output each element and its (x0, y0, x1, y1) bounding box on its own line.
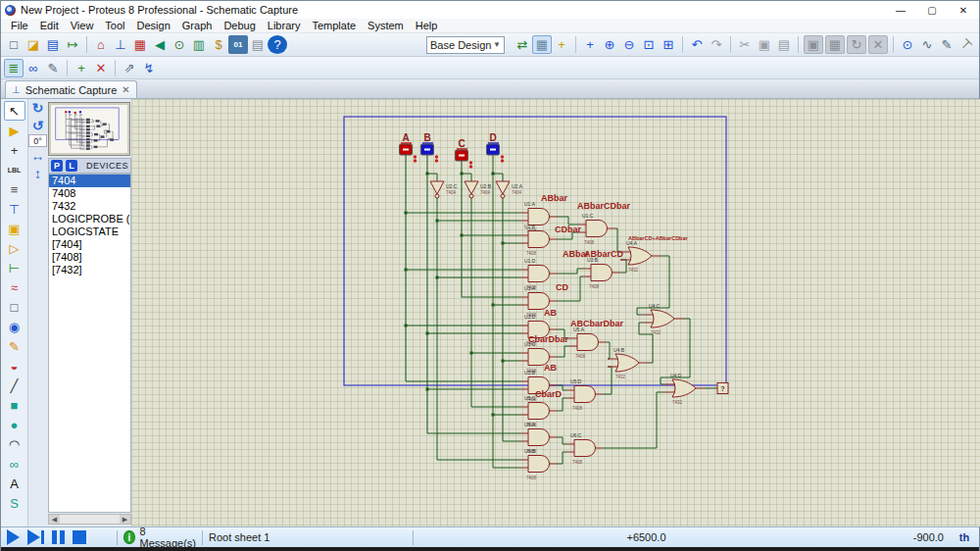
tab-schematic-capture[interactable]: ⊥ Schematic Capture ✕ (5, 80, 137, 98)
design-explorer-icon[interactable]: ▥ (189, 35, 209, 54)
device-item-7432[interactable]: 7432 (49, 200, 130, 213)
mirror-horizontal-button[interactable]: ↔ (28, 147, 47, 165)
zoom-all-icon[interactable]: ⊡ (639, 35, 659, 54)
scroll-right-icon[interactable]: ▶ (120, 515, 130, 524)
generator-mode-icon[interactable]: ◉ (4, 317, 25, 336)
current-probe-mode-icon[interactable]: ◒ (4, 356, 25, 376)
gate-u4b[interactable] (615, 354, 639, 372)
design-scope-dropdown[interactable]: Base Design▼ (426, 36, 505, 54)
wire[interactable] (604, 392, 664, 448)
gate-u1b[interactable] (528, 231, 550, 248)
gate-u2c[interactable] (430, 181, 444, 194)
schematic-capture-icon[interactable]: ⊥ (111, 35, 130, 54)
property-tool-icon[interactable]: ✎ (43, 59, 63, 77)
wire[interactable] (639, 323, 653, 363)
step-button[interactable] (27, 529, 44, 545)
rotate-cw-button[interactable]: ↻ (28, 99, 47, 117)
schematic-overview-preview[interactable] (48, 102, 130, 156)
gate-u3a[interactable] (528, 293, 550, 310)
toggle-dot[interactable] (435, 155, 438, 158)
grid-toggle-icon[interactable]: ▦ (532, 35, 552, 54)
menu-graph[interactable]: Graph (176, 20, 219, 31)
goto-sheet-icon[interactable]: ⇗ (120, 59, 139, 77)
find-component-icon[interactable]: ⊙ (898, 35, 917, 54)
2d-line-icon[interactable]: ╱ (4, 376, 25, 395)
wire[interactable] (558, 346, 569, 357)
undo-icon[interactable]: ↶ (687, 35, 707, 54)
mirror-vertical-button[interactable]: ↕ (28, 165, 47, 182)
block-delete-icon[interactable]: ✕ (868, 35, 888, 54)
redraw-icon[interactable]: ⇄ (513, 35, 532, 54)
scroll-left-icon[interactable]: ◀ (49, 515, 60, 524)
device-item-logicstate[interactable]: LOGICSTATE (49, 225, 130, 238)
minimize-button[interactable]: — (885, 1, 916, 19)
gate-u6b[interactable] (528, 456, 550, 473)
device-pins-mode-icon[interactable]: ⊢ (4, 258, 25, 277)
stop-button[interactable] (73, 530, 86, 544)
paste-icon[interactable]: ▤ (774, 35, 794, 54)
block-copy-icon[interactable]: ▣ (804, 35, 823, 54)
zoom-out-icon[interactable]: ⊖ (619, 35, 639, 54)
close-button[interactable]: ✕ (948, 1, 979, 19)
toggle-dot[interactable] (469, 165, 472, 168)
gate-u4a[interactable] (628, 247, 652, 265)
library-manager-button[interactable]: L (66, 160, 77, 172)
simulation-icon[interactable]: 01 (228, 35, 248, 54)
toggle-dot[interactable] (435, 159, 438, 162)
gate-u2a[interactable] (496, 181, 510, 194)
device-item-7408[interactable]: [7408] (49, 251, 130, 264)
selection-mode-icon[interactable]: ↖ (4, 101, 25, 121)
gerber-viewer-icon[interactable]: ⊙ (170, 35, 189, 54)
toggle-dot[interactable] (501, 159, 504, 162)
device-item-7408[interactable]: 7408 (49, 187, 130, 200)
gate-u6c[interactable] (574, 440, 596, 457)
remove-sheet-icon[interactable]: ✕ (91, 59, 111, 77)
device-item-7432[interactable]: [7432] (49, 264, 130, 276)
schematic-canvas[interactable]: ABCDU2:C7404U2:B7404U2:A7404U1:A7408U1:B… (131, 99, 980, 526)
menu-help[interactable]: Help (410, 20, 444, 31)
subcircuit-mode-icon[interactable]: ▣ (4, 219, 25, 238)
pcb-layout-icon[interactable]: ▦ (130, 35, 150, 54)
gate-u5d[interactable] (574, 386, 596, 403)
save-project-icon[interactable]: ▤ (43, 35, 63, 54)
help-icon[interactable]: ? (268, 35, 287, 54)
terminals-mode-icon[interactable]: ▷ (4, 238, 25, 258)
menu-tool[interactable]: Tool (99, 20, 130, 31)
2d-arc-icon[interactable]: ◠ (4, 434, 25, 454)
junction-dot-mode-icon[interactable]: + (4, 140, 25, 160)
pick-devices-button[interactable]: P (51, 160, 63, 172)
block-rotate-icon[interactable]: ↻ (847, 35, 866, 54)
component-mode-icon[interactable]: ▶ (4, 121, 25, 140)
device-list-scrollbar[interactable]: ◀ ▶ (48, 514, 131, 525)
gate-u6a[interactable] (528, 429, 550, 446)
menu-edit[interactable]: Edit (34, 20, 65, 31)
block-move-icon[interactable]: ▦ (825, 35, 845, 54)
new-sheet-icon[interactable]: + (72, 59, 91, 77)
message-status[interactable]: i 8 Message(s) (118, 527, 202, 547)
gate-u4c[interactable] (651, 310, 674, 327)
device-item-logicprobebig[interactable]: LOGICPROBE (BIG) (49, 213, 130, 225)
menu-system[interactable]: System (362, 20, 410, 31)
toggle-dot[interactable] (469, 161, 472, 164)
3d-viewer-icon[interactable]: ◀ (150, 35, 170, 54)
bill-of-materials-icon[interactable]: $ (209, 35, 228, 54)
voltage-probe-mode-icon[interactable]: ✎ (4, 336, 25, 356)
wire-label-mode-icon[interactable]: LBL (4, 160, 25, 179)
menu-design[interactable]: Design (131, 20, 176, 31)
pan-icon[interactable]: + (580, 35, 600, 54)
menu-view[interactable]: View (65, 20, 100, 31)
gate-u5c[interactable] (528, 403, 550, 420)
tab-close-icon[interactable]: ✕ (122, 84, 129, 95)
cut-icon[interactable]: ✂ (735, 35, 755, 54)
gate-u1c[interactable] (586, 221, 607, 237)
menu-library[interactable]: Library (262, 20, 307, 31)
wire[interactable] (558, 452, 566, 464)
menu-file[interactable]: File (5, 20, 34, 31)
project-notes-icon[interactable]: ▤ (248, 35, 268, 54)
maximize-button[interactable]: ▢ (916, 1, 948, 19)
zoom-area-icon[interactable]: ⊞ (659, 35, 678, 54)
2d-symbol-icon[interactable]: S (4, 493, 25, 513)
2d-text-icon[interactable]: A (4, 474, 25, 493)
gate-u5a[interactable] (577, 334, 599, 351)
open-project-icon[interactable]: ◪ (24, 35, 43, 54)
